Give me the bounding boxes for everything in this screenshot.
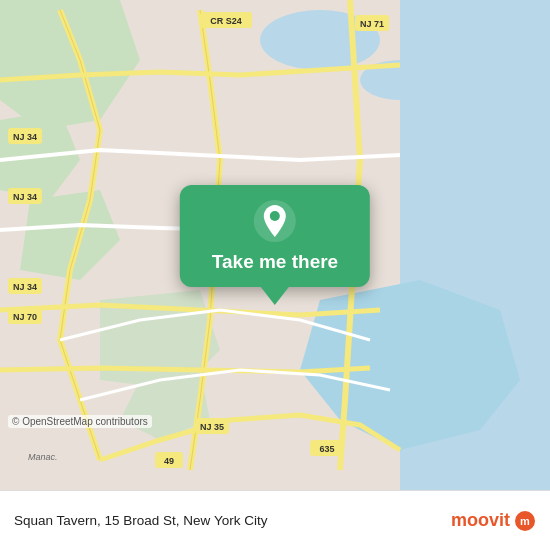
svg-text:Manac.: Manac.	[28, 452, 58, 462]
moovit-brand-text: moovit	[451, 510, 510, 531]
map-container: CR S24 NJ 71 NJ 34 NJ 34 NJ 34 NJ 70 NJ …	[0, 0, 550, 490]
svg-text:CR S24: CR S24	[210, 16, 242, 26]
take-me-there-button[interactable]: Take me there	[180, 185, 370, 305]
osm-attribution: © OpenStreetMap contributors	[8, 415, 152, 428]
location-address: Squan Tavern, 15 Broad St, New York City	[14, 513, 267, 528]
map-popup[interactable]: Take me there	[180, 185, 370, 287]
svg-text:49: 49	[164, 456, 174, 466]
svg-text:NJ 34: NJ 34	[13, 192, 37, 202]
moovit-logo-icon: m	[514, 510, 536, 532]
bottom-bar: Squan Tavern, 15 Broad St, New York City…	[0, 490, 550, 550]
svg-text:NJ 35: NJ 35	[200, 422, 224, 432]
svg-text:NJ 71: NJ 71	[360, 19, 384, 29]
popup-arrow	[261, 287, 289, 305]
svg-text:635: 635	[319, 444, 334, 454]
svg-point-32	[270, 211, 280, 221]
take-me-there-label: Take me there	[212, 251, 338, 273]
svg-text:NJ 70: NJ 70	[13, 312, 37, 322]
svg-text:NJ 34: NJ 34	[13, 132, 37, 142]
moovit-logo: moovit m	[451, 510, 536, 532]
svg-text:m: m	[520, 515, 530, 527]
svg-text:NJ 34: NJ 34	[13, 282, 37, 292]
location-pin-icon	[253, 199, 297, 243]
